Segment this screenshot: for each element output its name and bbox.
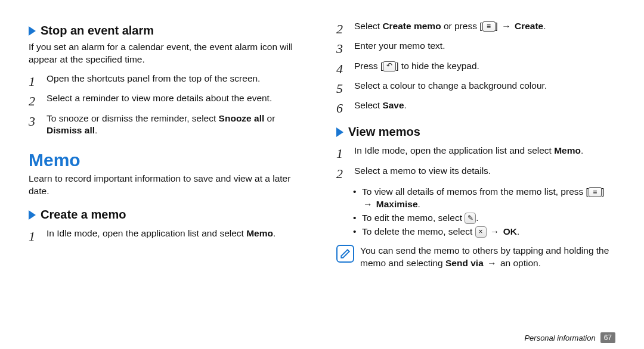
small-button-icon: ✎ <box>465 213 476 224</box>
menu-icon: ≡ <box>589 187 602 197</box>
note-block: You can send the memo to others by tappi… <box>336 245 615 270</box>
subheading-view-memos: View memos <box>336 125 615 139</box>
chevron-icon <box>336 127 343 137</box>
subheading-text: Stop an event alarm <box>41 24 154 38</box>
create-memo-steps: 1In Idle mode, open the application list… <box>29 225 308 247</box>
footer-section-label: Personal information <box>524 334 595 342</box>
view-memos-steps: 1In Idle mode, open the application list… <box>336 142 615 185</box>
note-text: You can send the memo to others by tappi… <box>360 245 615 270</box>
step-text: In Idle mode, open the application list … <box>354 145 583 162</box>
step: 3To snooze or dismiss the reminder, sele… <box>29 113 308 137</box>
page-footer: Personal information 67 <box>524 332 615 343</box>
menu-icon: ≡ <box>482 21 496 32</box>
step-number: 6 <box>336 99 348 117</box>
bullet-item: To edit the memo, select ✎. <box>353 212 615 225</box>
left-column: Stop an event alarm If you set an alarm … <box>29 18 308 342</box>
step-text: In Idle mode, open the application list … <box>47 228 275 245</box>
step-number: 4 <box>336 60 348 77</box>
step-text: Select a reminder to view more details a… <box>47 92 272 110</box>
step: 4Press [↶] to hide the keypad. <box>336 60 615 77</box>
manual-page: Stop an event alarm If you set an alarm … <box>0 0 644 349</box>
step-number: 3 <box>336 40 348 57</box>
step: 5Select a colour to change a background … <box>336 80 615 97</box>
step-number: 1 <box>336 145 348 162</box>
memo-intro: Learn to record important information to… <box>29 173 308 197</box>
step-number: 1 <box>29 228 41 245</box>
step: 3Enter your memo text. <box>336 40 615 57</box>
page-number: 67 <box>600 332 615 343</box>
step-text: Select Save. <box>354 99 407 117</box>
step-number: 3 <box>29 113 41 137</box>
subheading-text: View memos <box>348 125 420 139</box>
step: 2Select a memo to view its details. <box>336 165 615 182</box>
step-text: Enter your memo text. <box>354 40 445 57</box>
step-number: 2 <box>29 92 41 110</box>
section-title-memo: Memo <box>29 150 308 170</box>
bullet-text: To edit the memo, select ✎. <box>362 212 479 225</box>
step: 2Select Create memo or press [≡] → Creat… <box>336 20 615 38</box>
step-text: Select a colour to change a background c… <box>354 80 547 97</box>
small-button-icon: × <box>475 226 487 238</box>
stop-alarm-intro: If you set an alarm for a calendar event… <box>29 41 308 66</box>
step-text: Open the shortcuts panel from the top of… <box>47 73 260 90</box>
step-number: 2 <box>336 20 348 38</box>
bullet-item: To view all details of memos from the me… <box>353 186 615 211</box>
subheading-text: Create a memo <box>41 208 126 222</box>
right-column: 2Select Create memo or press [≡] → Creat… <box>336 18 615 342</box>
stop-alarm-steps: 1Open the shortcuts panel from the top o… <box>29 70 308 139</box>
step-text: Select a memo to view its details. <box>354 165 491 182</box>
bullet-text: To view all details of memos from the me… <box>362 186 615 211</box>
view-memos-bullets: To view all details of memos from the me… <box>353 185 615 239</box>
back-icon: ↶ <box>383 61 396 71</box>
step-text: Press [↶] to hide the keypad. <box>354 60 479 77</box>
bullet-dot <box>353 226 358 238</box>
chevron-icon <box>29 210 36 220</box>
note-icon <box>336 245 354 263</box>
step: 6Select Save. <box>336 99 615 117</box>
step-text: Select Create memo or press [≡] → Create… <box>354 20 546 38</box>
step: 2Select a reminder to view more details … <box>29 92 308 110</box>
create-memo-steps-cont: 2Select Create memo or press [≡] → Creat… <box>336 18 615 119</box>
bullet-item: To delete the memo, select × → OK. <box>353 226 615 238</box>
subheading-create-memo: Create a memo <box>29 208 308 222</box>
step: 1Open the shortcuts panel from the top o… <box>29 73 308 90</box>
step: 1In Idle mode, open the application list… <box>29 228 308 245</box>
step-number: 1 <box>29 73 41 90</box>
bullet-dot <box>353 186 358 211</box>
step-number: 2 <box>336 165 348 182</box>
bullet-dot <box>353 212 358 225</box>
step: 1In Idle mode, open the application list… <box>336 145 615 162</box>
step-number: 5 <box>336 80 348 97</box>
bullet-text: To delete the memo, select × → OK. <box>362 226 519 238</box>
chevron-icon <box>29 26 36 36</box>
step-text: To snooze or dismiss the reminder, selec… <box>47 113 308 137</box>
subheading-stop-alarm: Stop an event alarm <box>29 24 308 38</box>
